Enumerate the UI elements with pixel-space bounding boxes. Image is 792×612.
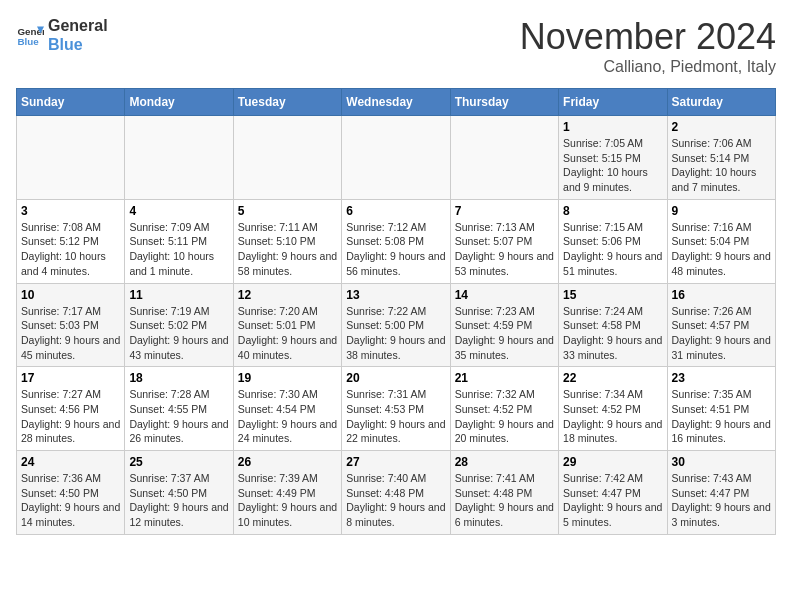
day-info: Sunrise: 7:16 AM Sunset: 5:04 PM Dayligh… <box>672 220 771 279</box>
calendar-cell: 17Sunrise: 7:27 AM Sunset: 4:56 PM Dayli… <box>17 367 125 451</box>
day-number: 23 <box>672 371 771 385</box>
weekday-header-wednesday: Wednesday <box>342 89 450 116</box>
calendar-cell: 6Sunrise: 7:12 AM Sunset: 5:08 PM Daylig… <box>342 199 450 283</box>
calendar-cell: 27Sunrise: 7:40 AM Sunset: 4:48 PM Dayli… <box>342 451 450 535</box>
day-number: 5 <box>238 204 337 218</box>
calendar-cell: 2Sunrise: 7:06 AM Sunset: 5:14 PM Daylig… <box>667 116 775 200</box>
week-row-4: 17Sunrise: 7:27 AM Sunset: 4:56 PM Dayli… <box>17 367 776 451</box>
calendar-cell: 4Sunrise: 7:09 AM Sunset: 5:11 PM Daylig… <box>125 199 233 283</box>
calendar-cell: 25Sunrise: 7:37 AM Sunset: 4:50 PM Dayli… <box>125 451 233 535</box>
calendar-header: SundayMondayTuesdayWednesdayThursdayFrid… <box>17 89 776 116</box>
day-number: 7 <box>455 204 554 218</box>
calendar-cell: 15Sunrise: 7:24 AM Sunset: 4:58 PM Dayli… <box>559 283 667 367</box>
day-number: 9 <box>672 204 771 218</box>
day-number: 17 <box>21 371 120 385</box>
calendar-cell: 14Sunrise: 7:23 AM Sunset: 4:59 PM Dayli… <box>450 283 558 367</box>
calendar-cell: 10Sunrise: 7:17 AM Sunset: 5:03 PM Dayli… <box>17 283 125 367</box>
weekday-header-tuesday: Tuesday <box>233 89 341 116</box>
day-info: Sunrise: 7:09 AM Sunset: 5:11 PM Dayligh… <box>129 220 228 279</box>
calendar-cell: 1Sunrise: 7:05 AM Sunset: 5:15 PM Daylig… <box>559 116 667 200</box>
calendar-table: SundayMondayTuesdayWednesdayThursdayFrid… <box>16 88 776 535</box>
day-info: Sunrise: 7:32 AM Sunset: 4:52 PM Dayligh… <box>455 387 554 446</box>
logo-text-general: General <box>48 16 108 35</box>
day-info: Sunrise: 7:26 AM Sunset: 4:57 PM Dayligh… <box>672 304 771 363</box>
calendar-cell <box>342 116 450 200</box>
svg-text:Blue: Blue <box>17 36 39 47</box>
day-number: 6 <box>346 204 445 218</box>
day-number: 2 <box>672 120 771 134</box>
page-header: General Blue General Blue November 2024 … <box>16 16 776 76</box>
location-text: Calliano, Piedmont, Italy <box>520 58 776 76</box>
day-info: Sunrise: 7:17 AM Sunset: 5:03 PM Dayligh… <box>21 304 120 363</box>
day-info: Sunrise: 7:11 AM Sunset: 5:10 PM Dayligh… <box>238 220 337 279</box>
day-info: Sunrise: 7:24 AM Sunset: 4:58 PM Dayligh… <box>563 304 662 363</box>
calendar-cell <box>17 116 125 200</box>
day-number: 20 <box>346 371 445 385</box>
weekday-header-saturday: Saturday <box>667 89 775 116</box>
weekday-header-sunday: Sunday <box>17 89 125 116</box>
day-number: 16 <box>672 288 771 302</box>
calendar-cell: 16Sunrise: 7:26 AM Sunset: 4:57 PM Dayli… <box>667 283 775 367</box>
calendar-cell: 12Sunrise: 7:20 AM Sunset: 5:01 PM Dayli… <box>233 283 341 367</box>
logo-text-blue: Blue <box>48 35 108 54</box>
day-number: 24 <box>21 455 120 469</box>
day-number: 21 <box>455 371 554 385</box>
calendar-cell: 23Sunrise: 7:35 AM Sunset: 4:51 PM Dayli… <box>667 367 775 451</box>
week-row-1: 1Sunrise: 7:05 AM Sunset: 5:15 PM Daylig… <box>17 116 776 200</box>
day-number: 13 <box>346 288 445 302</box>
day-info: Sunrise: 7:30 AM Sunset: 4:54 PM Dayligh… <box>238 387 337 446</box>
calendar-cell: 18Sunrise: 7:28 AM Sunset: 4:55 PM Dayli… <box>125 367 233 451</box>
day-number: 8 <box>563 204 662 218</box>
day-info: Sunrise: 7:15 AM Sunset: 5:06 PM Dayligh… <box>563 220 662 279</box>
day-info: Sunrise: 7:40 AM Sunset: 4:48 PM Dayligh… <box>346 471 445 530</box>
month-title: November 2024 <box>520 16 776 58</box>
day-info: Sunrise: 7:13 AM Sunset: 5:07 PM Dayligh… <box>455 220 554 279</box>
week-row-3: 10Sunrise: 7:17 AM Sunset: 5:03 PM Dayli… <box>17 283 776 367</box>
day-number: 15 <box>563 288 662 302</box>
day-number: 10 <box>21 288 120 302</box>
day-number: 25 <box>129 455 228 469</box>
weekday-header-friday: Friday <box>559 89 667 116</box>
weekday-header-monday: Monday <box>125 89 233 116</box>
logo-icon: General Blue <box>16 21 44 49</box>
calendar-cell: 24Sunrise: 7:36 AM Sunset: 4:50 PM Dayli… <box>17 451 125 535</box>
day-info: Sunrise: 7:41 AM Sunset: 4:48 PM Dayligh… <box>455 471 554 530</box>
day-info: Sunrise: 7:23 AM Sunset: 4:59 PM Dayligh… <box>455 304 554 363</box>
day-info: Sunrise: 7:31 AM Sunset: 4:53 PM Dayligh… <box>346 387 445 446</box>
calendar-cell: 29Sunrise: 7:42 AM Sunset: 4:47 PM Dayli… <box>559 451 667 535</box>
calendar-cell: 5Sunrise: 7:11 AM Sunset: 5:10 PM Daylig… <box>233 199 341 283</box>
calendar-cell <box>125 116 233 200</box>
weekday-header-thursday: Thursday <box>450 89 558 116</box>
day-info: Sunrise: 7:28 AM Sunset: 4:55 PM Dayligh… <box>129 387 228 446</box>
day-info: Sunrise: 7:12 AM Sunset: 5:08 PM Dayligh… <box>346 220 445 279</box>
calendar-cell: 19Sunrise: 7:30 AM Sunset: 4:54 PM Dayli… <box>233 367 341 451</box>
calendar-cell: 22Sunrise: 7:34 AM Sunset: 4:52 PM Dayli… <box>559 367 667 451</box>
day-info: Sunrise: 7:37 AM Sunset: 4:50 PM Dayligh… <box>129 471 228 530</box>
day-info: Sunrise: 7:34 AM Sunset: 4:52 PM Dayligh… <box>563 387 662 446</box>
calendar-cell: 7Sunrise: 7:13 AM Sunset: 5:07 PM Daylig… <box>450 199 558 283</box>
day-number: 27 <box>346 455 445 469</box>
calendar-cell: 3Sunrise: 7:08 AM Sunset: 5:12 PM Daylig… <box>17 199 125 283</box>
day-info: Sunrise: 7:35 AM Sunset: 4:51 PM Dayligh… <box>672 387 771 446</box>
calendar-cell: 20Sunrise: 7:31 AM Sunset: 4:53 PM Dayli… <box>342 367 450 451</box>
calendar-cell: 30Sunrise: 7:43 AM Sunset: 4:47 PM Dayli… <box>667 451 775 535</box>
calendar-cell: 28Sunrise: 7:41 AM Sunset: 4:48 PM Dayli… <box>450 451 558 535</box>
calendar-cell: 9Sunrise: 7:16 AM Sunset: 5:04 PM Daylig… <box>667 199 775 283</box>
day-number: 28 <box>455 455 554 469</box>
day-info: Sunrise: 7:05 AM Sunset: 5:15 PM Dayligh… <box>563 136 662 195</box>
calendar-cell: 26Sunrise: 7:39 AM Sunset: 4:49 PM Dayli… <box>233 451 341 535</box>
day-number: 14 <box>455 288 554 302</box>
calendar-body: 1Sunrise: 7:05 AM Sunset: 5:15 PM Daylig… <box>17 116 776 535</box>
day-info: Sunrise: 7:27 AM Sunset: 4:56 PM Dayligh… <box>21 387 120 446</box>
day-number: 19 <box>238 371 337 385</box>
day-number: 3 <box>21 204 120 218</box>
logo: General Blue General Blue <box>16 16 108 54</box>
day-info: Sunrise: 7:43 AM Sunset: 4:47 PM Dayligh… <box>672 471 771 530</box>
day-number: 29 <box>563 455 662 469</box>
day-number: 30 <box>672 455 771 469</box>
title-area: November 2024 Calliano, Piedmont, Italy <box>520 16 776 76</box>
day-info: Sunrise: 7:39 AM Sunset: 4:49 PM Dayligh… <box>238 471 337 530</box>
day-info: Sunrise: 7:19 AM Sunset: 5:02 PM Dayligh… <box>129 304 228 363</box>
day-info: Sunrise: 7:36 AM Sunset: 4:50 PM Dayligh… <box>21 471 120 530</box>
calendar-cell: 8Sunrise: 7:15 AM Sunset: 5:06 PM Daylig… <box>559 199 667 283</box>
